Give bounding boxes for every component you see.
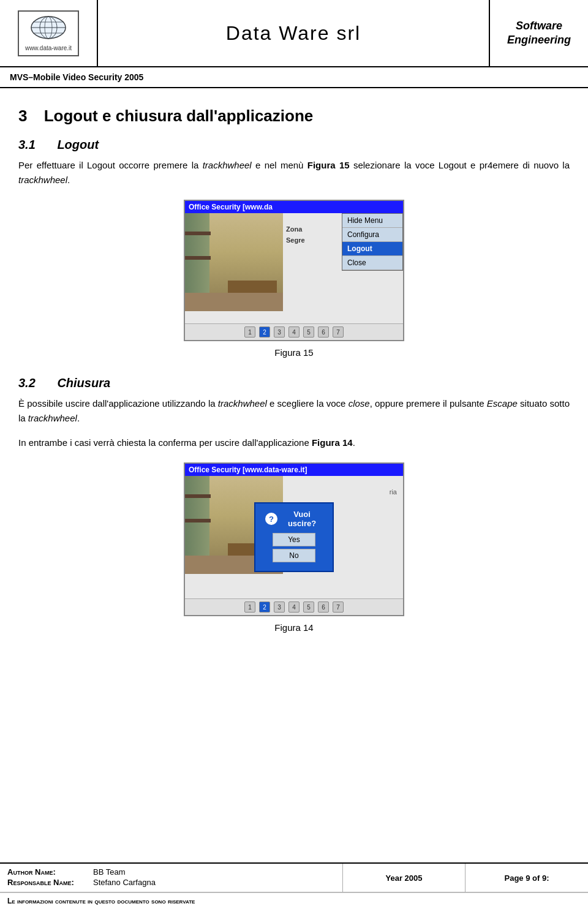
nav-2-active: 2 [259,326,270,338]
section-3-2-paragraph-1: È possibile uscire dall'applicazione uti… [18,396,570,426]
sub-header-text: MVS–Mobile Video Security 2005 [10,72,143,82]
section-3-2-title: Chiusura [57,376,110,390]
nav-7: 7 [333,326,344,338]
section-3-number: 3 [18,107,27,125]
nav-3: 3 [274,326,285,338]
nav-5: 5 [303,326,314,338]
escape-ref: Escape [487,398,518,409]
footer-left-area: Author Name: BB Team Responsable Name: S… [0,864,343,892]
screen-14-title: Office Security [www.data-ware.it] [185,464,403,476]
nav14-5: 5 [303,602,314,613]
year-label: Year [385,873,402,883]
screen-15-title: Office Security [www.da [185,201,403,213]
svg-point-6 [31,17,66,39]
section-3-1-paragraph: Per effettuare il Logout occorre premere… [18,158,570,187]
nav-bar-15: 1 2 3 4 5 6 7 [185,323,403,340]
page-label: Page 9 of 9: [505,873,549,883]
section-3-1-number: 3.1 [18,138,36,151]
nav-4: 4 [288,326,300,338]
trackhwheel-ref-2: trackhwheel [18,175,67,185]
confirm-question-text: Vuoi uscire? [281,510,323,528]
zone-text-15: Zona [286,225,302,233]
author-value: BB Team [93,867,126,877]
room-scene-15 [185,213,283,311]
nav14-6: 6 [318,602,329,613]
room-shelf-14-1 [185,494,211,498]
no-button: No [273,549,315,562]
menu-close: Close [342,256,402,270]
figura14-ref: Figura 14 [312,437,353,448]
section-3-1-heading: 3.1 Logout [18,138,570,152]
footer-responsable-row: Responsable Name: Stefano Carfagna [7,878,335,887]
camera-view-15 [185,213,283,311]
room-shelf-14-2 [185,519,211,522]
close-ref: close [349,398,370,409]
menu-hide: Hide Menu [342,214,402,228]
figura15-ref: Figura 15 [307,160,350,170]
globe-icon [30,15,67,40]
nav14-3: 3 [274,602,285,613]
responsable-label: Responsable Name: [7,878,93,887]
nav14-2-active: 2 [259,602,270,613]
figura-15-caption: Figura 15 [274,347,313,358]
logo-box: www.data-ware.it [18,10,79,56]
section-3-2-heading: 3.2 Chiusura [18,376,570,390]
nav14-4: 4 [288,602,300,613]
question-icon: ? [265,513,277,525]
header-software-area: Software Engineering [490,0,588,66]
header-title-area: Data Ware srl [98,0,490,66]
document-title: Data Ware srl [226,22,361,45]
figura-15-screen: Office Security [www.da Zona Segre [184,200,404,341]
trackhwheel-ref-3: trackhwheel [218,398,267,409]
screen-14-title-text: Office Security [www.data-ware.it] [189,466,307,474]
footer-info-row: Author Name: BB Team Responsable Name: S… [0,864,588,892]
section-3-2-paragraph-2: In entrambe i casi verrà chiesta la conf… [18,436,570,450]
nav-6: 6 [318,326,329,338]
footer-notice-text: Le informazioni contenute in questo docu… [7,897,195,905]
screen-14-body: ? Vuoi uscire? Yes No ria [185,476,403,598]
nav14-7: 7 [333,602,344,613]
figura-14-caption: Figura 14 [274,622,313,633]
main-content: 3 Logout e chiusura dall'applicazione 3.… [0,88,588,663]
room-desk [228,281,277,293]
nav-bar-14: 1 2 3 4 5 6 7 [185,598,403,615]
menu-configura: Configura [342,228,402,242]
nav14-1: 1 [244,602,255,613]
confirm-question: ? Vuoi uscire? [265,510,323,528]
page-header: www.data-ware.it Data Ware srl Software … [0,0,588,67]
nav-1: 1 [244,326,255,338]
screen-15-body: Zona Segre Hide Menu Configura Logout Cl… [185,213,403,323]
sub-header: MVS–Mobile Video Security 2005 [0,67,588,88]
section-3-2-number: 3.2 [18,376,36,390]
responsable-value: Stefano Carfagna [93,878,156,887]
room-shelf-1 [185,232,211,235]
confirm-dialog-14: ? Vuoi uscire? Yes No [254,502,334,572]
yes-button: Yes [273,533,315,546]
logo-url: www.data-ware.it [25,45,72,51]
trackhwheel-ref-4: trackhwheel [28,413,77,423]
screen-15-title-text: Office Security [www.da [189,203,273,211]
menu-logout: Logout [342,242,402,256]
dropdown-menu-15: Hide Menu Configura Logout Close [342,213,403,271]
page-footer: Author Name: BB Team Responsable Name: S… [0,862,588,909]
bg-text-ria: ria [390,488,397,496]
figura-14-container: Office Security [www.data-ware.it] [18,462,570,633]
author-label: Author Name: [7,867,93,877]
segre-text-15: Segre [286,236,305,244]
footer-year: Year 2005 [343,864,466,892]
footer-author-row: Author Name: BB Team [7,867,335,877]
figura-14-screen: Office Security [www.data-ware.it] [184,462,404,616]
figura-15-container: Office Security [www.da Zona Segre [18,200,570,358]
section-3-title: Logout e chiusura dall'applicazione [44,107,314,125]
logo-area: www.data-ware.it [0,0,98,66]
year-value: 2005 [405,873,423,883]
software-engineering-label: Software Engineering [496,19,582,48]
trackhwheel-ref-1: trackhwheel [203,160,252,170]
room-floor [185,293,283,311]
room-shelf-2 [185,256,211,260]
footer-notice: Le informazioni contenute in questo docu… [0,892,588,909]
section-3-1-title: Logout [57,138,99,151]
footer-page: Page 9 of 9: [466,864,588,892]
section-3-heading: 3 Logout e chiusura dall'applicazione [18,107,570,126]
